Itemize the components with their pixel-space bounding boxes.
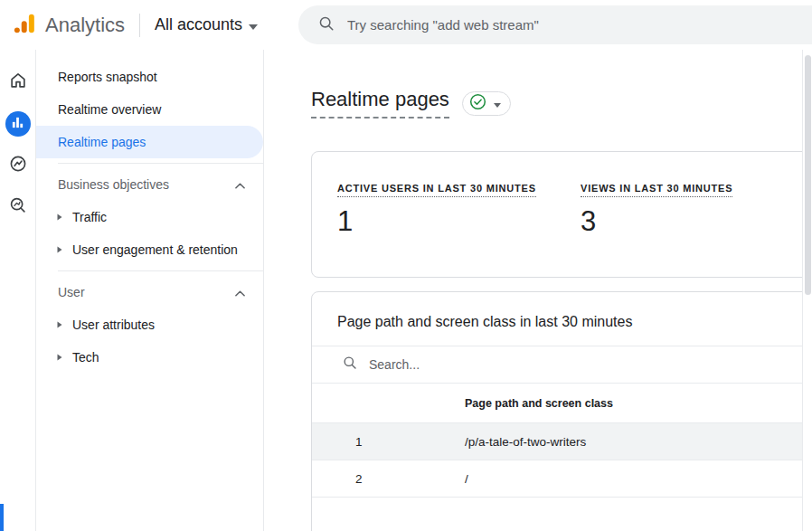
sidebar-section-label: User (58, 285, 85, 299)
rail-scroll-indicator (0, 504, 4, 531)
sidebar-item-traffic[interactable]: Traffic (36, 201, 263, 233)
sidebar-item-label: Reports snapshot (58, 70, 157, 84)
reports-icon (11, 116, 24, 133)
rail-item-explore[interactable] (5, 153, 31, 178)
chevron-down-icon (249, 15, 258, 34)
table-card-title: Page path and screen class in last 30 mi… (312, 292, 812, 346)
table-search-bar[interactable] (312, 346, 812, 383)
sidebar-item-realtime-overview[interactable]: Realtime overview (36, 93, 263, 126)
search-icon (318, 15, 335, 35)
account-selector[interactable]: All accounts (155, 15, 258, 34)
sidebar-section-label: Business objectives (58, 177, 169, 192)
expand-triangle-icon (56, 246, 72, 253)
sidebar-divider (58, 270, 263, 271)
sidebar-item-tech[interactable]: Tech (36, 341, 263, 374)
sidebar-section-business-objectives[interactable]: Business objectives (36, 168, 263, 201)
scrollbar-thumb[interactable] (805, 55, 811, 295)
account-selector-label: All accounts (155, 15, 242, 34)
reports-sidebar: Reports snapshot Realtime overview Realt… (36, 50, 264, 531)
rail-item-advertising[interactable] (5, 194, 31, 220)
metric-value: 1 (337, 205, 581, 238)
row-page-path: /p/a-tale-of-two-writers (465, 435, 812, 449)
main-content: Realtime pages ACTIVE USERS IN LAST 30 M… (264, 50, 812, 531)
chevron-down-icon (494, 95, 501, 111)
sidebar-item-label: Traffic (72, 210, 107, 224)
sidebar-item-label: User attributes (72, 318, 155, 332)
page-path-table-card: Page path and screen class in last 30 mi… (311, 291, 812, 531)
sidebar-divider (58, 163, 263, 164)
app-name: Analytics (45, 14, 125, 37)
row-page-path: / (465, 472, 812, 486)
metric-views: VIEWS IN LAST 30 MINUTES 3 (581, 179, 812, 277)
sidebar-section-user[interactable]: User (36, 276, 263, 308)
metric-label: VIEWS IN LAST 30 MINUTES (581, 183, 732, 197)
header-divider (139, 14, 140, 37)
sidebar-item-label: User engagement & retention (72, 242, 238, 257)
sidebar-item-label: Realtime overview (58, 102, 161, 117)
metric-active-users: ACTIVE USERS IN LAST 30 MINUTES 1 (337, 179, 581, 277)
global-search-bar[interactable] (298, 5, 812, 44)
advertising-icon (8, 195, 28, 219)
analytics-logo[interactable]: Analytics (13, 11, 125, 40)
sidebar-item-user-attributes[interactable]: User attributes (36, 308, 263, 341)
page-title: Realtime pages (311, 88, 449, 119)
column-header-page-path[interactable]: Page path and screen class (312, 397, 613, 410)
row-rank: 2 (312, 472, 465, 486)
expand-triangle-icon (56, 213, 72, 221)
check-circle-icon (469, 93, 486, 114)
app-header: Analytics All accounts (0, 0, 812, 50)
vertical-scrollbar (802, 50, 812, 531)
sidebar-item-label: Tech (72, 350, 99, 365)
explore-icon (8, 154, 28, 177)
expand-triangle-icon (56, 354, 72, 361)
home-icon (8, 71, 28, 94)
table-search-input[interactable] (369, 357, 640, 372)
report-status-dropdown[interactable] (462, 91, 511, 116)
row-rank: 1 (312, 435, 465, 449)
left-icon-rail (0, 50, 36, 531)
realtime-metrics-card: ACTIVE USERS IN LAST 30 MINUTES 1 VIEWS … (311, 151, 812, 278)
metric-value: 3 (581, 205, 812, 238)
table-bottom-divider (312, 497, 812, 498)
sidebar-item-reports-snapshot[interactable]: Reports snapshot (36, 61, 263, 93)
expand-triangle-icon (56, 321, 72, 328)
sidebar-item-user-engagement-retention[interactable]: User engagement & retention (36, 233, 263, 266)
table-row: 1 /p/a-tale-of-two-writers (312, 422, 812, 460)
rail-item-reports[interactable] (5, 111, 31, 137)
chevron-up-icon (235, 285, 245, 299)
sidebar-item-realtime-pages[interactable]: Realtime pages (36, 126, 263, 158)
metric-label: ACTIVE USERS IN LAST 30 MINUTES (337, 183, 536, 197)
table-header-row: Page path and screen class (312, 384, 812, 422)
rail-item-home[interactable] (5, 70, 31, 95)
search-icon (343, 356, 357, 374)
analytics-logo-icon (13, 11, 36, 40)
table-row: 2 / (312, 460, 812, 497)
sidebar-item-label: Realtime pages (58, 135, 146, 149)
global-search-input[interactable] (347, 17, 727, 33)
chevron-up-icon (235, 177, 245, 192)
